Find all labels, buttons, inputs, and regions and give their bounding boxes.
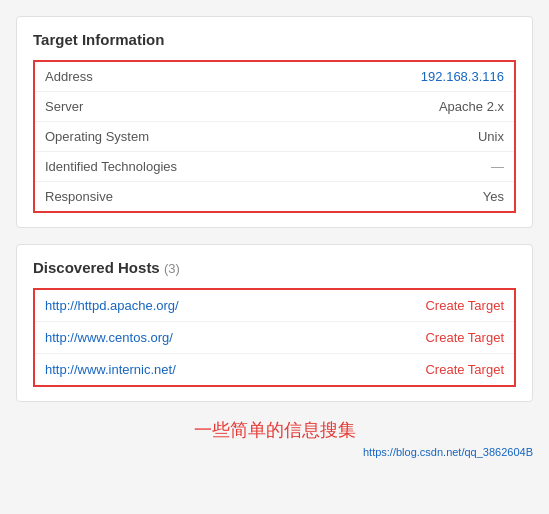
target-information-card: Target Information Address192.168.3.116S… [16, 16, 533, 228]
list-item: http://httpd.apache.org/Create Target [35, 290, 514, 322]
info-label: Operating System [45, 129, 149, 144]
footer-chinese-text: 一些简单的信息搜集 [16, 418, 533, 442]
host-url: http://httpd.apache.org/ [45, 298, 179, 313]
info-label: Identified Technologies [45, 159, 177, 174]
table-row: Identified Technologies— [35, 152, 514, 182]
discovered-hosts-card: Discovered Hosts (3) http://httpd.apache… [16, 244, 533, 402]
target-info-table: Address192.168.3.116ServerApache 2.xOper… [33, 60, 516, 213]
info-value: — [491, 159, 504, 174]
info-value: Apache 2.x [439, 99, 504, 114]
info-value: 192.168.3.116 [421, 69, 504, 84]
discovered-hosts-title: Discovered Hosts (3) [33, 259, 516, 276]
host-url: http://www.internic.net/ [45, 362, 176, 377]
host-count-badge: (3) [164, 261, 180, 276]
create-target-button[interactable]: Create Target [425, 362, 504, 377]
create-target-button[interactable]: Create Target [425, 298, 504, 313]
hosts-table: http://httpd.apache.org/Create Targethtt… [33, 288, 516, 387]
table-row: Address192.168.3.116 [35, 62, 514, 92]
watermark-text: https://blog.csdn.net/qq_3862604B [16, 446, 533, 458]
info-label: Address [45, 69, 93, 84]
info-label: Server [45, 99, 83, 114]
list-item: http://www.internic.net/Create Target [35, 354, 514, 385]
info-label: Responsive [45, 189, 113, 204]
info-value: Unix [478, 129, 504, 144]
table-row: ServerApache 2.x [35, 92, 514, 122]
table-row: ResponsiveYes [35, 182, 514, 211]
list-item: http://www.centos.org/Create Target [35, 322, 514, 354]
table-row: Operating SystemUnix [35, 122, 514, 152]
host-url: http://www.centos.org/ [45, 330, 173, 345]
target-information-title: Target Information [33, 31, 516, 48]
info-value: Yes [483, 189, 504, 204]
create-target-button[interactable]: Create Target [425, 330, 504, 345]
